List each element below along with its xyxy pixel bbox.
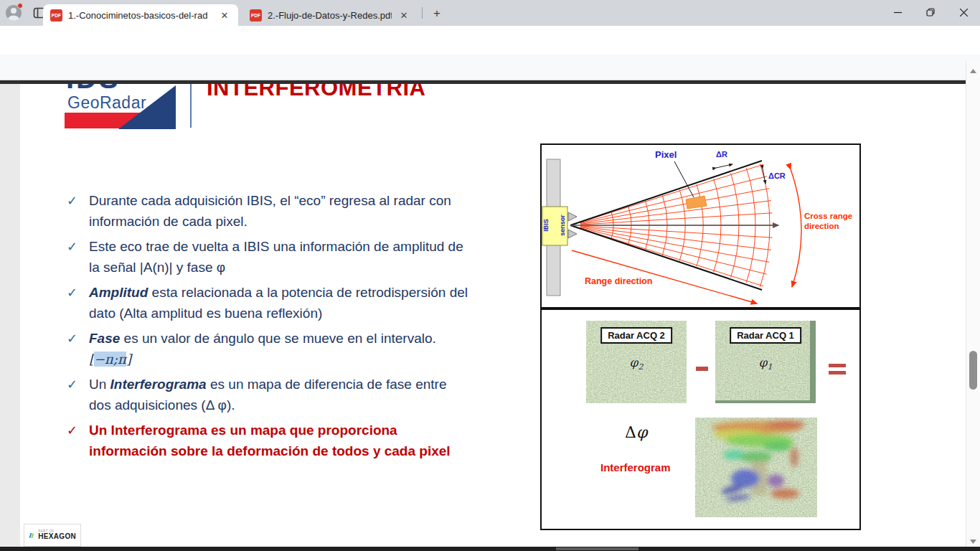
scroll-down-icon[interactable] [969, 534, 977, 547]
check-icon: ✓ [67, 236, 80, 278]
sensor-label-line2: sensor [559, 215, 566, 236]
check-icon: ✓ [67, 374, 80, 415]
tab-2-title: 2.-Flujo-de-Datos-y-Redes.pdf [268, 10, 392, 21]
tab-1-close-icon[interactable]: ✕ [218, 9, 231, 22]
cross-range-arrow [791, 169, 801, 287]
interferogram-diagram: Radar ACQ 2 φ2 Radar ACQ 1 φ1 Δφ Interfe… [540, 309, 861, 530]
range-direction-label: Range direction [585, 276, 652, 286]
bullet-text: Durante cada adquisición IBIS, el “eco” … [89, 193, 451, 229]
close-window-button[interactable] [947, 0, 980, 24]
vertical-scrollbar[interactable] [966, 61, 980, 547]
slide-title: INTERFEROMETRIA [207, 84, 425, 101]
bullet-lead: Amplitud [89, 285, 148, 300]
radar-acq2-label: Radar ACQ 2 [600, 327, 672, 344]
tab-2[interactable]: PDF 2.-Flujo-de-Datos-y-Redes.pdf ✕ [242, 6, 418, 24]
horizontal-scrollbar[interactable] [0, 547, 980, 551]
delta-cr-label: ΔCR [768, 171, 786, 180]
tab-1-title: 1.-Conociminetos-basicos-del-rad [68, 10, 212, 21]
pdf-toolbar: Dibujar A a Preguntar a Copilot [0, 55, 980, 80]
delta-phi-symbol: Δφ [625, 423, 647, 441]
tab-2-close-icon[interactable]: ✕ [397, 9, 410, 22]
tab-divider [422, 7, 423, 19]
bullet-item-3: ✓ Amplitud esta relacionada a la potenci… [67, 282, 468, 324]
pixel-label: Pixel [655, 149, 677, 160]
horizontal-scrollbar-thumb[interactable] [556, 547, 639, 550]
minus-operator [696, 367, 708, 371]
check-icon: ✓ [67, 282, 80, 324]
bullet-lead: Fase [89, 331, 120, 346]
restore-button[interactable] [914, 0, 947, 24]
scroll-up-icon[interactable] [969, 64, 977, 77]
bullet-item-2: ✓ Este eco trae de vuelta a IBIS una inf… [67, 236, 468, 278]
bullet-text: Este eco trae de vuelta a IBIS una infor… [89, 239, 463, 275]
window-controls [881, 0, 980, 24]
interferogram-image [695, 418, 817, 517]
vertical-scrollbar-thumb[interactable] [969, 351, 977, 390]
pdf-favicon: PDF [50, 9, 62, 22]
pixel-cell [686, 196, 707, 209]
phi1-symbol: φ1 [759, 355, 773, 372]
check-icon: ✓ [67, 190, 80, 232]
pdf-page: IDS GeoRadar INTERFEROMETRIA ✓ Durante c… [20, 84, 966, 547]
radar-acq1-image: Radar ACQ 1 φ1 [715, 321, 816, 403]
new-tab-button[interactable]: + [429, 6, 445, 22]
hexagon-brand-text: HEXAGON [38, 533, 76, 540]
browser-window: PDF 1.-Conociminetos-basicos-del-rad ✕ P… [0, 0, 980, 551]
profile-notification-dot [17, 3, 23, 9]
hexagon-icon [29, 530, 34, 541]
bullet-list: ✓ Durante cada adquisición IBIS, el “eco… [67, 190, 468, 466]
radar-beam-diagram: IBIS sensor [540, 143, 861, 309]
interferogram-label: Interferogram [600, 461, 671, 474]
bullet-item-1: ✓ Durante cada adquisición IBIS, el “eco… [67, 190, 468, 232]
phi2-symbol: φ2 [630, 355, 644, 372]
minimize-button[interactable] [881, 0, 914, 24]
cross-range-label: Cross range [804, 212, 852, 220]
address-row: Archivo C:/Users/HPPAVILONPC/Desktop/ROC… [0, 26, 980, 55]
sensor-label-line1: IBIS [542, 219, 550, 232]
pdf-favicon: PDF [250, 9, 262, 22]
georadar-logo-text: GeoRadar [67, 93, 146, 113]
bullet-lead: Interferograma [110, 377, 207, 392]
hexagon-logo: PART OF HEXAGON [24, 524, 81, 547]
svg-text:direction: direction [804, 222, 839, 230]
check-icon: ✓ [67, 328, 80, 369]
bullet-text: Un Interferograma es un mapa que proporc… [89, 423, 451, 458]
bullet-item-5: ✓ Un Interferograma es un mapa de difere… [67, 374, 468, 415]
tab-strip: PDF 1.-Conociminetos-basicos-del-rad ✕ P… [0, 0, 980, 26]
equals-operator [829, 364, 846, 375]
radar-acq2-image: Radar ACQ 2 φ2 [586, 321, 687, 403]
bullet-pre: Un [89, 377, 110, 392]
bullet-item-6: ✓ Un Interferograma es un mapa que propo… [67, 420, 468, 461]
tab-1[interactable]: PDF 1.-Conociminetos-basicos-del-rad ✕ [43, 4, 238, 26]
pdf-left-margin [0, 84, 20, 547]
bullet-text: es un valor de ángulo que se mueve en el… [120, 331, 435, 346]
header-divider-line [190, 84, 192, 128]
interval-formula: [−π;π] [89, 352, 131, 367]
delta-r-label: ΔR [716, 150, 727, 159]
check-icon: ✓ [67, 420, 80, 461]
bullet-item-4: ✓ Fase es un valor de ángulo que se muev… [67, 328, 468, 369]
radar-acq1-label: Radar ACQ 1 [730, 327, 801, 344]
